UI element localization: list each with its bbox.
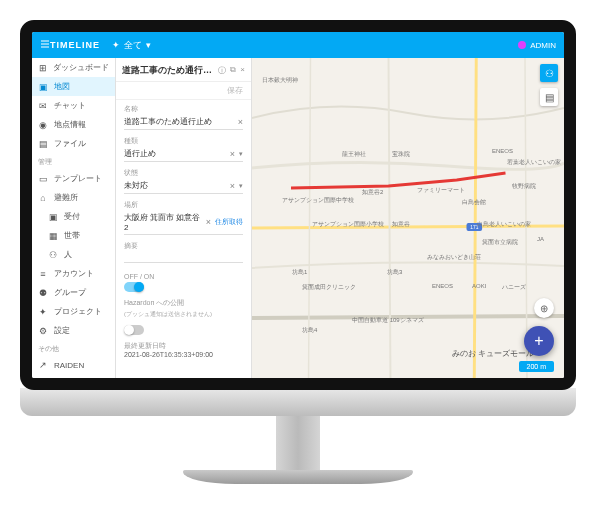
svg-rect-0 — [252, 58, 564, 378]
map-layers-button[interactable]: ▤ — [540, 88, 558, 106]
sidebar-item-account[interactable]: ≡アカウント — [32, 264, 115, 283]
project-icon: ✦ — [38, 307, 48, 317]
sidebar-item-settings[interactable]: ⚙設定 — [32, 321, 115, 340]
map-label: JA — [537, 236, 544, 242]
sidebar-item-group[interactable]: ⚉グループ — [32, 283, 115, 302]
list-icon: ▣ — [48, 212, 58, 222]
external-link-icon[interactable]: ⧉ — [230, 65, 236, 76]
hamburger-icon[interactable] — [40, 39, 50, 51]
sidebar-item-files[interactable]: ▤ファイル — [32, 134, 115, 153]
chevron-down-icon: ▾ — [146, 40, 151, 50]
map-label: ファミリーマート — [417, 186, 465, 195]
sidebar-item-hazardon[interactable]: ↗Hazardon — [32, 374, 115, 378]
map-label: みのお キューズモール — [452, 348, 534, 359]
map-label: 如意谷2 — [362, 188, 383, 197]
app-brand: TIMELINE — [50, 40, 100, 50]
template-icon: ▭ — [38, 174, 48, 184]
active-toggle[interactable] — [124, 282, 144, 292]
sidebar-item-map[interactable]: ▣地図 — [32, 77, 115, 96]
map-label: AOKI — [472, 283, 486, 289]
grid2-icon: ▦ — [48, 231, 58, 241]
detail-title: 道路工事のため通行… — [122, 64, 214, 77]
type-label: 種類 — [124, 136, 243, 146]
type-select[interactable]: 通行止め — [124, 148, 226, 159]
map-label: 牧野病院 — [512, 182, 536, 191]
sidebar-item-people[interactable]: ⚇人 — [32, 245, 115, 264]
filter-icon: ✦ — [112, 40, 120, 50]
map-canvas[interactable]: 171 日本穀大明神 龍王神社 宝珠院 ENEOS 若葉老人いこいの家 アサンプ… — [252, 58, 564, 378]
map-add-button[interactable]: + — [524, 326, 554, 356]
get-address-link[interactable]: 住所取得 — [215, 217, 243, 227]
map-user-button[interactable]: ⚇ — [540, 64, 558, 82]
map-label: ハニーズ — [502, 283, 526, 292]
sidebar-item-chat[interactable]: ✉チャット — [32, 96, 115, 115]
map-label: 白鳥老人いこいの家 — [477, 220, 531, 229]
map-roads: 171 — [252, 58, 564, 378]
filter-dropdown[interactable]: ✦ 全て ▾ — [112, 39, 151, 52]
status-select[interactable]: 未対応 — [124, 180, 226, 191]
map-label: 宝珠院 — [392, 150, 410, 159]
account-icon: ≡ — [38, 269, 48, 279]
sidebar-item-shelter[interactable]: ⌂避難所 — [32, 188, 115, 207]
sidebar-section-admin: 管理 — [32, 153, 115, 169]
save-button[interactable]: 保存 — [116, 82, 251, 100]
app-screen: TIMELINE ✦ 全て ▾ ADMIN ⊞ダッシュボード ▣地図 ✉チャット… — [20, 20, 576, 390]
group-icon: ⚉ — [38, 288, 48, 298]
layers-icon: ▤ — [545, 92, 554, 103]
chevron-down-icon[interactable]: ▾ — [239, 182, 243, 190]
hazardon-label: Hazardon への公開 — [124, 298, 243, 308]
chevron-down-icon[interactable]: ▾ — [239, 150, 243, 158]
sidebar-section-other: その他 — [32, 340, 115, 356]
map-scale: 200 m — [519, 361, 554, 372]
map-label: アサンプション国際小学校 — [312, 220, 384, 229]
detail-panel: 道路工事のため通行… ⓘ ⧉ × 保存 名称 道路工事のため通行止め × — [116, 58, 252, 378]
place-input[interactable]: 大阪府 箕面市 如意谷2 — [124, 212, 202, 232]
admin-badge[interactable]: ADMIN — [518, 41, 556, 50]
map-label: 中国自動車道 109シネマズ — [352, 316, 424, 325]
sidebar-item-reception[interactable]: ▣受付 — [32, 207, 115, 226]
map-label: ENEOS — [492, 148, 513, 154]
hazardon-toggle[interactable] — [124, 325, 144, 335]
user-icon: ⚇ — [545, 68, 554, 79]
clear-type-icon[interactable]: × — [230, 149, 235, 159]
memo-label: 摘要 — [124, 241, 243, 251]
grid-icon: ⊞ — [38, 63, 47, 73]
external-icon: ↗ — [38, 360, 48, 370]
locate-icon: ⊕ — [540, 303, 548, 314]
map-label: 若葉老人いこいの家 — [507, 158, 561, 167]
map-label: 龍王神社 — [342, 150, 366, 159]
map-label: 日本穀大明神 — [262, 76, 298, 85]
sidebar-item-points[interactable]: ◉地点情報 — [32, 115, 115, 134]
clear-status-icon[interactable]: × — [230, 181, 235, 191]
person-icon: ⚇ — [48, 250, 58, 260]
updated-value: 2021-08-26T16:35:33+09:00 — [124, 351, 243, 358]
admin-dot-icon — [518, 41, 526, 49]
map-label: 箕面市立病院 — [482, 238, 518, 247]
map-label: アサンプション国際中学校 — [282, 196, 354, 205]
map-label: 坊島4 — [302, 326, 317, 335]
toggle-label: OFF / ON — [124, 273, 243, 280]
map-label: 箕面成田クリニック — [302, 283, 356, 292]
map-label: 白鳥会館 — [462, 198, 486, 207]
clear-name-icon[interactable]: × — [238, 117, 243, 127]
sidebar-item-project[interactable]: ✦プロジェクト — [32, 302, 115, 321]
name-label: 名称 — [124, 104, 243, 114]
info-icon[interactable]: ⓘ — [218, 65, 226, 76]
home-icon: ⌂ — [38, 193, 48, 203]
name-input[interactable]: 道路工事のため通行止め — [124, 116, 234, 127]
map-icon: ▣ — [38, 82, 48, 92]
monitor-stand — [20, 416, 576, 484]
pin-icon: ◉ — [38, 120, 48, 130]
map-locate-button[interactable]: ⊕ — [534, 298, 554, 318]
close-icon[interactable]: × — [240, 65, 245, 76]
sidebar-item-raiden[interactable]: ↗RAIDEN — [32, 356, 115, 374]
sidebar-item-template[interactable]: ▭テンプレート — [32, 169, 115, 188]
hazardon-note: (プッシュ通知は送信されません) — [124, 310, 243, 319]
topbar: TIMELINE ✦ 全て ▾ ADMIN — [32, 32, 564, 58]
sidebar-item-dashboard[interactable]: ⊞ダッシュボード — [32, 58, 115, 77]
monitor-chin — [20, 388, 576, 416]
sidebar: ⊞ダッシュボード ▣地図 ✉チャット ◉地点情報 ▤ファイル 管理 ▭テンプレー… — [32, 58, 116, 378]
sidebar-item-household[interactable]: ▦世帯 — [32, 226, 115, 245]
clear-place-icon[interactable]: × — [206, 217, 211, 227]
place-label: 場所 — [124, 200, 243, 210]
